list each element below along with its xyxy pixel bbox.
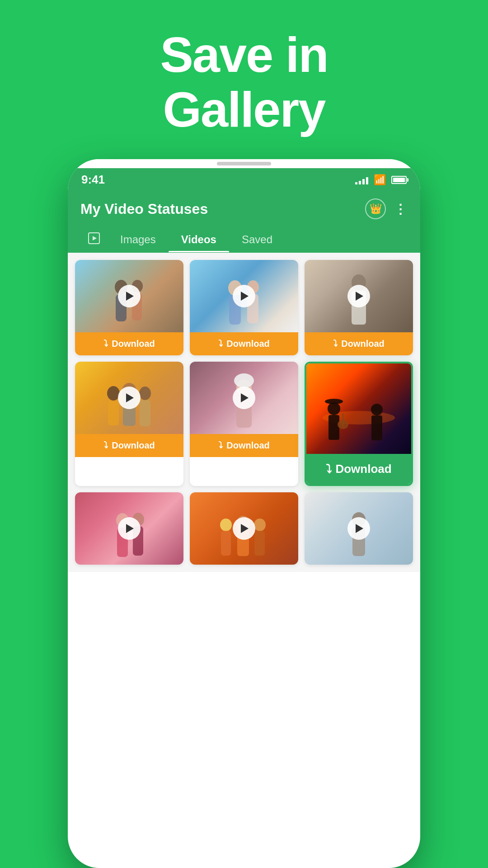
svg-rect-38 (254, 531, 265, 556)
svg-rect-17 (140, 400, 150, 426)
play-button-8[interactable] (233, 517, 255, 540)
video-card-9 (305, 492, 413, 565)
svg-point-37 (254, 519, 266, 531)
download-icon-5: ⤵ (218, 440, 223, 451)
video-thumb-9 (305, 492, 413, 565)
wifi-icon: 📶 (374, 174, 386, 186)
download-button-4[interactable]: ⤵ Download (75, 434, 183, 457)
headline-line2: Gallery (160, 82, 328, 137)
download-icon-3: ⤵ (333, 339, 338, 349)
status-time: 9:41 (81, 173, 105, 187)
svg-point-22 (328, 402, 340, 415)
header-icons: 👑 ⋮ (365, 198, 408, 219)
svg-point-33 (220, 519, 232, 531)
svg-marker-1 (93, 236, 97, 241)
download-button-3[interactable]: ⤵ Download (305, 332, 413, 355)
download-button-6[interactable]: ⤵ Download (306, 454, 411, 484)
video-card-8 (190, 492, 298, 565)
phone-shell: 9:41 📶 My Video Statuses 👑 ⋮ (68, 159, 420, 868)
svg-point-20 (234, 373, 254, 388)
video-card-3: ⤵ Download (305, 260, 413, 355)
video-thumb-7 (75, 492, 183, 565)
video-thumb-6 (306, 363, 411, 454)
play-button-7[interactable] (118, 517, 141, 540)
app-title: My Video Statuses (80, 201, 208, 217)
play-button-3[interactable] (347, 285, 370, 307)
app-header: My Video Statuses 👑 ⋮ Images Videos (68, 191, 420, 253)
download-button-2[interactable]: ⤵ Download (190, 332, 298, 355)
download-icon-6: ⤵ (326, 462, 332, 476)
play-button-1[interactable] (118, 285, 141, 307)
video-thumb-1 (75, 260, 183, 332)
tabs: Images Videos Saved (80, 226, 408, 253)
svg-rect-26 (342, 413, 344, 427)
status-bar: 9:41 📶 (68, 168, 420, 191)
phone-speaker (217, 162, 271, 165)
play-button-9[interactable] (347, 517, 370, 540)
download-button-5[interactable]: ⤵ Download (190, 434, 298, 457)
download-icon-1: ⤵ (103, 339, 108, 349)
battery-icon (391, 176, 407, 184)
tab-images[interactable]: Images (108, 227, 169, 252)
svg-rect-28 (371, 415, 382, 440)
tab-videos[interactable]: Videos (169, 227, 229, 252)
video-card-4: ⤵ Download (75, 362, 183, 486)
video-thumb-2 (190, 260, 298, 332)
video-card-1: ⤵ Download (75, 260, 183, 355)
app-title-row: My Video Statuses 👑 ⋮ (80, 198, 408, 226)
svg-point-27 (371, 404, 383, 415)
svg-rect-13 (108, 401, 119, 425)
video-thumb-3 (305, 260, 413, 332)
svg-point-16 (139, 387, 151, 400)
download-icon-4: ⤵ (103, 440, 108, 451)
download-button-1[interactable]: ⤵ Download (75, 332, 183, 355)
video-card-7 (75, 492, 183, 565)
phone-top-bar (68, 159, 420, 168)
video-card-6: ⤵ Download (305, 362, 413, 486)
tab-saved[interactable]: Saved (229, 227, 285, 252)
headline: Save in Gallery (160, 27, 328, 137)
headline-line1: Save in (160, 27, 328, 82)
signal-bars-icon (355, 175, 368, 184)
crown-button[interactable]: 👑 (365, 198, 386, 219)
status-icons: 📶 (355, 174, 407, 186)
video-grid: ⤵ Download (68, 253, 420, 572)
tab-media-icon[interactable] (80, 226, 108, 253)
svg-rect-24 (328, 415, 339, 440)
video-thumb-5 (190, 362, 298, 434)
download-icon-2: ⤵ (218, 339, 223, 349)
video-card-2: ⤵ Download (190, 260, 298, 355)
play-button-4[interactable] (118, 387, 141, 409)
svg-rect-34 (221, 531, 231, 556)
svg-point-23 (325, 399, 343, 404)
play-button-5[interactable] (233, 387, 255, 409)
video-card-5: ⤵ Download (190, 362, 298, 486)
video-thumb-8 (190, 492, 298, 565)
play-button-2[interactable] (233, 285, 255, 307)
more-button[interactable]: ⋮ (394, 202, 408, 217)
video-thumb-4 (75, 362, 183, 434)
crown-icon: 👑 (370, 203, 382, 215)
